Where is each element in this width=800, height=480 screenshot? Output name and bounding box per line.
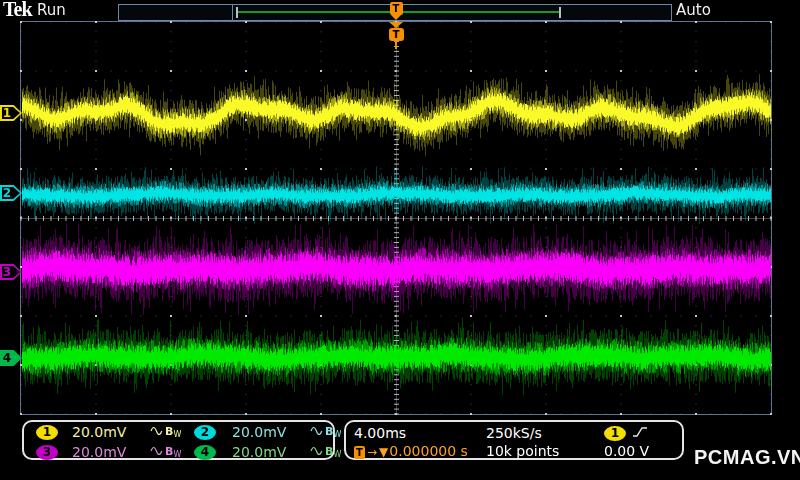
trigger-mode-label: Auto xyxy=(676,1,711,19)
ch2-badge[interactable]: 2 xyxy=(194,425,216,440)
ch1-marker-number: 1 xyxy=(0,106,14,120)
window-end-cap xyxy=(559,7,561,18)
ch3-badge[interactable]: 3 xyxy=(36,445,58,460)
trigger-source-badge: 1 xyxy=(604,426,626,441)
trigger-t-icon: T xyxy=(389,28,404,41)
trigger-t-icon: T xyxy=(390,2,403,15)
ch4-marker-number: 4 xyxy=(0,351,14,365)
ch2-ground-marker[interactable]: 2 xyxy=(0,185,22,201)
ch3-ground-marker[interactable]: 3 xyxy=(0,264,22,280)
trigger-stem xyxy=(395,41,397,49)
pcmag-watermark: PCMAG.VN xyxy=(694,446,800,469)
horizontal-trigger-readout-box: 4.00ms 250kS/s 1 T→▼0.000000 s 10k point… xyxy=(344,420,684,460)
waveform-display xyxy=(0,0,800,480)
record-view-window xyxy=(233,5,671,20)
ch4-scale[interactable]: 20.0mV xyxy=(232,444,310,460)
ch4-badge[interactable]: 4 xyxy=(194,445,216,460)
down-arrow-icon xyxy=(391,15,401,20)
channel-readout-box: 1 20.0mV BW 2 20.0mV BW 3 20.0mV BW 4 20… xyxy=(22,420,335,460)
trigger-source-slope[interactable]: 1 xyxy=(604,425,682,442)
trigger-time-value: 0.000000 s xyxy=(389,443,468,459)
ch3-ac-coupling-bw-icon: BW xyxy=(150,445,194,459)
trigger-position-bar-marker[interactable]: T xyxy=(389,2,403,20)
ch2-scale[interactable]: 20.0mV xyxy=(232,424,310,440)
record-view-left-cell xyxy=(119,5,233,20)
ch1-ac-coupling-bw-icon: BW xyxy=(150,425,194,439)
record-length: 10k points xyxy=(486,443,604,459)
rising-edge-icon xyxy=(632,425,648,442)
ch4-ground-marker[interactable]: 4 xyxy=(0,350,22,366)
acquisition-status: Run xyxy=(37,1,66,19)
sample-rate: 250kS/s xyxy=(486,425,604,441)
ch3-marker-number: 3 xyxy=(0,265,14,279)
oscilloscope-screen: Tek Run T Auto T 1 2 3 4 xyxy=(0,0,800,480)
tek-logo: Tek xyxy=(3,0,32,21)
time-per-div[interactable]: 4.00ms xyxy=(354,425,486,441)
right-arrow-icon: → xyxy=(367,445,377,459)
trigger-level[interactable]: 0.00 V xyxy=(604,443,682,459)
ch1-ground-marker[interactable]: 1 xyxy=(0,105,22,121)
trigger-t-icon: T xyxy=(354,446,365,459)
down-triangle-icon: ▼ xyxy=(379,445,388,459)
ch3-scale[interactable]: 20.0mV xyxy=(72,444,150,460)
ch2-marker-number: 2 xyxy=(0,186,14,200)
ch1-scale[interactable]: 20.0mV xyxy=(72,424,150,440)
trigger-position-marker[interactable]: T xyxy=(388,22,404,49)
ch1-badge[interactable]: 1 xyxy=(36,425,58,440)
trigger-time-readout[interactable]: T→▼0.000000 s xyxy=(354,443,486,459)
